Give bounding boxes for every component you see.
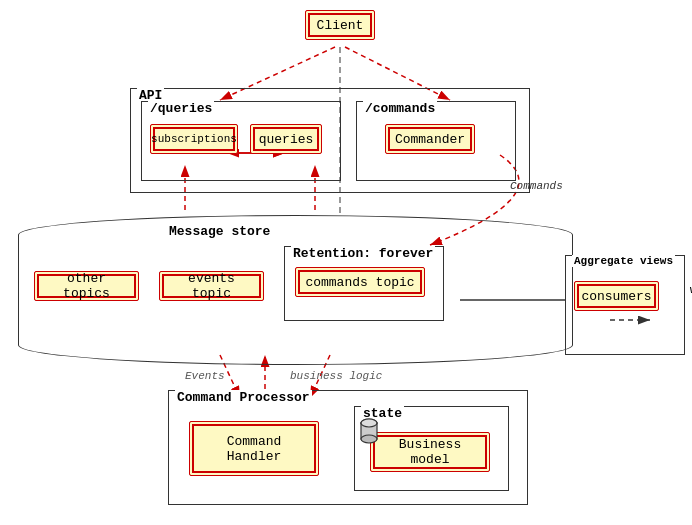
commands-topic-component: commands topic: [295, 267, 425, 297]
command-handler-label: Command Handler: [198, 434, 310, 464]
message-store-label: Message store: [169, 224, 270, 239]
business-model-component: Business model: [370, 432, 490, 472]
svg-point-22: [361, 419, 377, 427]
business-logic-annotation: business logic: [290, 370, 382, 382]
state-db-icon: [360, 417, 378, 447]
message-store-container: Message store other topics events topic …: [18, 215, 573, 365]
aggregate-views-container: Aggregate views consumers views: [565, 255, 685, 355]
queries-component: queries: [250, 124, 322, 154]
state-container: state Business model: [354, 406, 509, 491]
events-annotation: Events: [185, 370, 225, 382]
queries-label: queries: [259, 132, 314, 147]
commander-component: Commander: [385, 124, 475, 154]
api-container: API /queries subscriptions queries /comm…: [130, 88, 530, 193]
retention-label: Retention: forever: [291, 246, 435, 261]
retention-container: Retention: forever commands topic: [284, 246, 444, 321]
commands-label: Commands: [510, 180, 563, 192]
command-processor-label: Command Processor: [175, 390, 312, 405]
other-topics-component: other topics: [34, 271, 139, 301]
consumers-label: consumers: [581, 289, 651, 304]
business-model-label: Business model: [379, 437, 481, 467]
aggregate-views-label: Aggregate views: [572, 255, 675, 267]
subscriptions-label: subscriptions: [151, 133, 237, 145]
subscriptions-component: subscriptions: [150, 124, 238, 154]
events-topic-component: events topic: [159, 271, 264, 301]
queries-group-label: /queries: [148, 101, 214, 116]
client-label: Client: [317, 18, 364, 33]
events-topic-label: events topic: [168, 271, 255, 301]
queries-container: /queries subscriptions queries: [141, 101, 341, 181]
commands-topic-label: commands topic: [305, 275, 414, 290]
other-topics-label: other topics: [43, 271, 130, 301]
command-handler-component: Command Handler: [189, 421, 319, 476]
client-component: Client: [305, 10, 375, 40]
commands-container: /commands Commander: [356, 101, 516, 181]
commander-label: Commander: [395, 132, 465, 147]
svg-point-21: [361, 435, 377, 443]
command-processor-container: Command Processor Command Handler state …: [168, 390, 528, 505]
consumers-component: consumers: [574, 281, 659, 311]
architecture-diagram: Client API /queries subscriptions querie…: [0, 0, 692, 525]
commands-group-label: /commands: [363, 101, 437, 116]
